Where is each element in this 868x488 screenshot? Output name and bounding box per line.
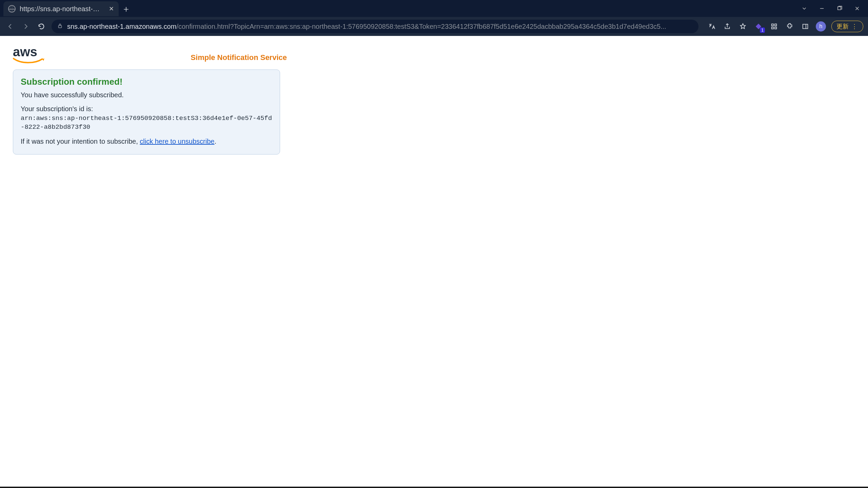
lock-icon [57, 23, 63, 30]
nav-back-button[interactable] [5, 21, 16, 32]
unsubscribe-note: If it was not your intention to subscrib… [21, 138, 272, 145]
kebab-menu-icon[interactable]: ⋮ [851, 23, 858, 30]
extension-grid-icon[interactable] [769, 21, 779, 32]
share-icon[interactable] [722, 21, 732, 32]
extension-tag-icon[interactable]: 1 [753, 21, 764, 32]
toolbar-right-icons: 1 h 更新 ⋮ [703, 21, 863, 32]
window-minimize-icon[interactable] [818, 4, 826, 13]
avatar-letter: h [820, 23, 823, 29]
tab-title: https://sns.ap-northeast-1.amazo [20, 5, 103, 13]
svg-rect-0 [838, 7, 841, 10]
translate-icon[interactable] [707, 21, 717, 32]
url-host: sns.ap-northeast-1.amazonaws.com [67, 23, 176, 30]
update-label: 更新 [836, 22, 849, 30]
browser-tab[interactable]: https://sns.ap-northeast-1.amazo ✕ [3, 1, 119, 16]
aws-logo: aws [13, 45, 45, 64]
confirmation-heading: Subscription confirmed! [21, 77, 272, 87]
os-taskbar-edge [0, 487, 868, 488]
svg-rect-6 [803, 24, 808, 29]
side-panel-icon[interactable] [800, 21, 810, 32]
svg-rect-4 [772, 27, 774, 29]
extensions-puzzle-icon[interactable] [785, 21, 795, 32]
subscribed-message: You have successfully subscribed. [21, 91, 272, 99]
confirmation-panel: Subscription confirmed! You have success… [13, 69, 280, 155]
unsubscribe-suffix: . [214, 138, 216, 145]
window-controls [793, 0, 868, 17]
service-title: Simple Notification Service [191, 53, 287, 64]
nav-reload-button[interactable] [36, 21, 47, 32]
subscription-id-value: arn:aws:sns:ap-northeast-1:576950920858:… [21, 114, 272, 131]
window-maximize-icon[interactable] [835, 4, 844, 13]
tab-search-icon[interactable] [800, 4, 808, 13]
svg-rect-5 [775, 27, 777, 29]
aws-header: aws Simple Notification Service [13, 45, 287, 64]
nav-forward-button[interactable] [20, 21, 31, 32]
subscription-id-label: Your subscription's id is: [21, 105, 272, 113]
globe-icon [8, 5, 16, 13]
unsubscribe-link[interactable]: click here to unsubscribe [140, 138, 214, 145]
svg-rect-3 [775, 24, 777, 26]
window-close-icon[interactable] [853, 4, 861, 13]
extension-badge: 1 [760, 27, 765, 33]
update-button[interactable]: 更新 ⋮ [831, 21, 863, 32]
address-bar[interactable]: sns.ap-northeast-1.amazonaws.com/confirm… [52, 20, 698, 33]
unsubscribe-prefix: If it was not your intention to subscrib… [21, 138, 140, 145]
svg-rect-1 [59, 25, 62, 28]
new-tab-button[interactable]: ＋ [119, 1, 134, 16]
profile-avatar[interactable]: h [816, 21, 826, 32]
url-text: sns.ap-northeast-1.amazonaws.com/confirm… [67, 23, 666, 30]
aws-smile-icon [13, 57, 45, 64]
bookmark-star-icon[interactable] [738, 21, 748, 32]
url-path: /confirmation.html?TopicArn=arn:aws:sns:… [176, 23, 666, 30]
page-viewport: aws Simple Notification Service Subscrip… [0, 36, 868, 487]
browser-titlebar: https://sns.ap-northeast-1.amazo ✕ ＋ [0, 0, 868, 17]
svg-rect-2 [772, 24, 774, 26]
browser-toolbar: sns.ap-northeast-1.amazonaws.com/confirm… [0, 17, 868, 36]
tab-close-icon[interactable]: ✕ [109, 5, 114, 13]
